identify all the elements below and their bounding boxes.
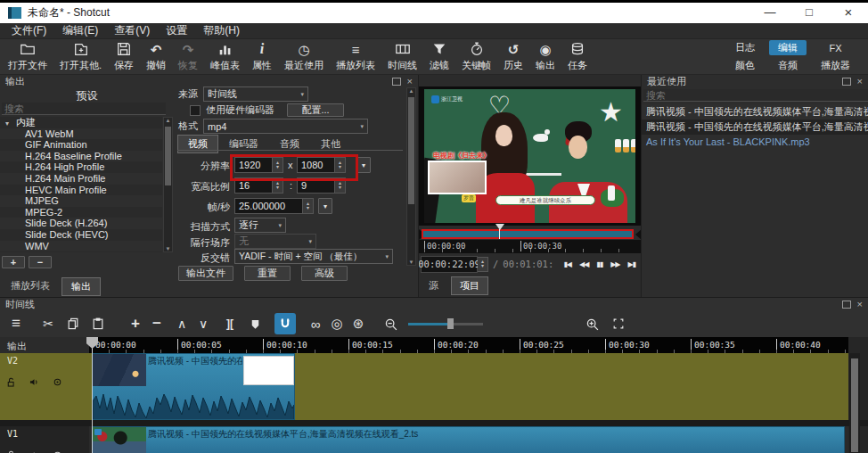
redo-button[interactable]: ↷ 恢复 — [172, 40, 204, 74]
close-panel-icon[interactable]: × — [857, 78, 863, 86]
trim-out-handle[interactable] — [635, 229, 642, 240]
preset-scrollbar[interactable]: ▲ ▼ — [163, 117, 173, 252]
open-other-button[interactable]: 打开其他. — [53, 40, 108, 74]
preset-item[interactable]: WebM — [0, 251, 162, 252]
hide-icon[interactable] — [52, 449, 63, 453]
float-panel-icon[interactable] — [392, 78, 401, 86]
current-time-field[interactable]: 00:00:22:09 — [421, 256, 478, 273]
fast-forward-button[interactable]: ▶▶ — [610, 260, 619, 268]
layout-audio[interactable]: 音频 — [769, 58, 807, 73]
clip-v1[interactable]: 腾讯视频 - 中国领先的在线视频媒体平台,海量高清视频在线观看_2.ts — [92, 426, 845, 453]
scroll-down-icon[interactable]: ▼ — [164, 246, 172, 251]
master-track-label[interactable]: 输出 — [7, 340, 27, 353]
hw-encoder-checkbox[interactable] — [190, 105, 201, 116]
recent-item[interactable]: As If It's Your Last - BLACKPINK.mp3 — [642, 135, 868, 150]
layout-player[interactable]: 播放器 — [812, 58, 859, 73]
scroll-down-icon[interactable]: ▼ — [407, 259, 415, 265]
fps-preset-dropdown[interactable]: ▾ — [318, 198, 332, 214]
ripple-toggle-button[interactable]: ◎ — [326, 313, 348, 334]
menu-edit[interactable]: 编辑(E) — [54, 22, 106, 39]
reset-button[interactable]: 重置 — [244, 266, 291, 281]
preset-item[interactable]: HEVC Main Profile — [0, 185, 162, 196]
layout-fx[interactable]: FX — [812, 42, 859, 54]
preset-item[interactable]: MPEG-2 — [0, 207, 162, 218]
history-button[interactable]: ↺ 历史 — [497, 40, 529, 74]
player-time-ruler[interactable]: 00:00:00 00:00:30 — [419, 240, 642, 253]
mute-icon[interactable] — [29, 376, 40, 388]
layout-editing[interactable]: 编辑 — [769, 40, 807, 55]
ripple-all-tracks-button[interactable]: ⊛ — [348, 313, 369, 334]
save-button[interactable]: 保存 — [108, 40, 140, 74]
filters-button[interactable]: 滤镜 — [423, 40, 455, 74]
snap-toggle-button[interactable] — [274, 313, 296, 334]
scan-mode-select[interactable]: 逐行 ▾ — [234, 218, 286, 233]
preset-item[interactable]: WMV — [0, 241, 162, 252]
paste-button[interactable] — [87, 313, 109, 334]
timeline-scrollbar[interactable] — [849, 353, 860, 453]
preset-item[interactable]: H.264 High Profile — [0, 161, 162, 173]
recent-search-input[interactable] — [643, 89, 868, 102]
export-file-button[interactable]: 输出文件 — [178, 266, 233, 281]
preset-item[interactable]: Slide Deck (H.264) — [0, 218, 162, 229]
aspect-height-spinner[interactable]: 9 ▴▾ — [297, 177, 346, 194]
maximize-button[interactable]: □ — [790, 3, 829, 23]
peak-meter-button[interactable]: 峰值表 — [204, 40, 246, 74]
keyframes-button[interactable]: 关键帧 — [455, 40, 497, 74]
menu-view[interactable]: 查看(V) — [106, 22, 158, 39]
tab-playlist[interactable]: 播放列表 — [2, 277, 59, 296]
remove-preset-button[interactable]: − — [29, 256, 52, 268]
lock-icon[interactable] — [5, 376, 17, 388]
deinterlace-select[interactable]: YADIF - 时间 + 空间 （最佳） ▾ — [234, 249, 393, 264]
zoom-in-button[interactable] — [581, 313, 602, 334]
tab-source[interactable]: 源 — [421, 277, 446, 294]
minimize-button[interactable]: — — [750, 3, 790, 23]
pause-button[interactable]: ▮▮ — [596, 260, 602, 268]
overwrite-button[interactable]: ∨ — [192, 313, 214, 334]
fps-spinner[interactable]: 25.000000 ▴▾ — [234, 198, 314, 214]
layout-logging[interactable]: 日志 — [726, 40, 764, 55]
track-header-v2[interactable]: V2 — [0, 353, 89, 420]
preset-item[interactable]: AV1 WebM — [0, 128, 162, 140]
preset-search-input[interactable] — [2, 103, 166, 115]
time-spinner[interactable]: ▴▾ — [478, 257, 488, 272]
field-order-select[interactable]: 无 ▾ — [234, 234, 316, 249]
player-playhead[interactable] — [495, 224, 504, 230]
skip-to-end-button[interactable]: ▶▮ — [627, 260, 635, 268]
hide-icon[interactable] — [52, 376, 63, 388]
close-button[interactable]: × — [829, 3, 868, 23]
scrollbar-thumb[interactable] — [851, 358, 858, 452]
scrub-while-dragging-button[interactable]: ∞ — [305, 313, 326, 334]
timeline-menu-button[interactable]: ≡ — [5, 313, 27, 334]
close-panel-icon[interactable]: × — [407, 78, 413, 86]
preset-item[interactable]: GIF Animation — [0, 139, 162, 151]
aspect-width-spinner[interactable]: 16 ▴▾ — [234, 177, 283, 194]
add-preset-button[interactable]: + — [2, 256, 25, 268]
timeline-button[interactable]: 时间线 — [381, 40, 423, 74]
ripple-delete-button[interactable]: − — [146, 313, 168, 334]
append-button[interactable]: + — [125, 313, 146, 334]
settings-scrollbar[interactable]: ▲ ▼ — [406, 87, 416, 266]
split-button[interactable]: ][ — [219, 313, 241, 334]
lock-icon[interactable] — [5, 449, 17, 453]
track-v1[interactable]: 腾讯视频 - 中国领先的在线视频媒体平台,海量高清视频在线观看_2.ts — [89, 426, 848, 453]
tab-project[interactable]: 项目 — [451, 276, 488, 295]
tree-root-builtin[interactable]: ▾ 内建 — [0, 117, 162, 128]
format-select[interactable]: mp4 ▾ — [203, 119, 368, 134]
close-panel-icon[interactable]: × — [857, 301, 863, 309]
tab-export[interactable]: 输出 — [61, 277, 101, 296]
scrub-bar[interactable] — [422, 229, 634, 239]
recent-button[interactable]: ◷ 最近使用 — [278, 40, 330, 74]
zoom-out-button[interactable] — [380, 313, 401, 334]
timeline-zoom-slider[interactable] — [408, 317, 483, 330]
preset-item[interactable]: Slide Deck (HEVC) — [0, 229, 162, 241]
resolution-height-spinner[interactable]: 1080 ▴▾ — [297, 157, 346, 173]
cut-button[interactable]: ✂ — [37, 313, 59, 334]
lift-button[interactable]: ∧ — [171, 313, 192, 334]
open-file-button[interactable]: 打开文件 — [2, 40, 53, 74]
float-panel-icon[interactable] — [842, 301, 851, 309]
copy-button[interactable] — [62, 313, 84, 334]
recent-item[interactable]: 腾讯视频 - 中国领先的在线视频媒体平台,海量高清视频... — [642, 119, 868, 135]
scroll-up-icon[interactable]: ▲ — [407, 88, 415, 94]
recent-item[interactable]: 腾讯视频 - 中国领先的在线视频媒体平台,海量高清视频... — [642, 104, 868, 119]
preset-item[interactable]: H.264 Baseline Profile — [0, 151, 162, 162]
